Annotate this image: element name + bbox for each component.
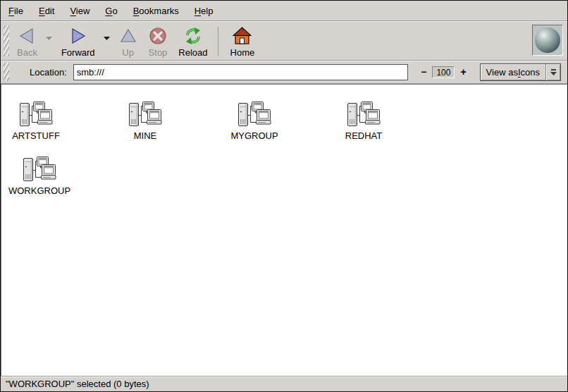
zoom-controls: − 100 + — [419, 66, 468, 78]
up-icon — [119, 26, 137, 46]
network-workgroup-icon — [128, 102, 162, 128]
status-bar: "WORKGROUP" selected (0 bytes) — [1, 376, 567, 391]
view-mode-selector[interactable]: View as Icons — [480, 63, 561, 81]
up-label: Up — [122, 47, 134, 58]
home-label: Home — [230, 47, 255, 58]
menu-go-mnemonic: G — [105, 6, 112, 16]
workgroup-item-workgroup[interactable]: WORKGROUP — [1, 157, 85, 196]
zoom-out-button[interactable]: − — [419, 66, 428, 78]
home-button[interactable]: Home — [225, 24, 261, 59]
throbber-frame — [532, 25, 563, 56]
menu-view-mnemonic: V — [70, 6, 75, 16]
network-workgroup-icon — [19, 102, 53, 128]
status-text: "WORKGROUP" selected (0 bytes) — [6, 379, 149, 389]
reload-label: Reload — [178, 47, 207, 58]
menu-view[interactable]: View — [62, 2, 97, 20]
item-label: REDHAT — [345, 130, 382, 141]
workgroup-item-mine[interactable]: MINE — [99, 102, 191, 141]
toolbar-grip[interactable] — [4, 25, 9, 56]
view-mode-text-pre: View as — [486, 67, 518, 78]
view-mode-label: View as Icons — [481, 64, 545, 80]
menu-edit[interactable]: Edit — [31, 2, 62, 20]
location-input[interactable] — [73, 64, 408, 80]
icon-view[interactable]: ARTSTUFF MINE MYGROUP REDHAT WORKGROUP — [1, 84, 567, 376]
location-label: Location: — [30, 67, 67, 78]
menu-go-label: o — [112, 6, 117, 16]
workgroup-item-redhat[interactable]: REDHAT — [318, 102, 409, 141]
menu-file-label: ile — [14, 6, 23, 16]
back-history-dropdown[interactable] — [43, 27, 56, 49]
reload-button[interactable]: Reload — [173, 24, 213, 59]
menu-file-mnemonic: F — [8, 6, 14, 16]
combo-bar — [551, 69, 556, 71]
item-label: ARTSTUFF — [12, 130, 60, 141]
up-button[interactable]: Up — [113, 24, 143, 59]
forward-icon — [69, 26, 87, 46]
menu-edit-mnemonic: E — [39, 6, 45, 16]
menu-bookmarks[interactable]: Bookmarks — [125, 2, 187, 20]
network-workgroup-icon — [237, 102, 271, 128]
zoom-in-button[interactable]: + — [458, 66, 468, 78]
forward-label: Forward — [61, 47, 95, 58]
back-button[interactable]: Back — [11, 24, 43, 59]
view-mode-dropdown-arrow[interactable] — [545, 64, 560, 80]
menu-view-label: iew — [76, 6, 90, 16]
menubar: File Edit View Go Bookmarks Help — [1, 1, 567, 21]
item-label: MYGROUP — [230, 130, 278, 141]
menu-help-label: elp — [201, 6, 213, 16]
menu-help-mnemonic: H — [195, 6, 201, 16]
reload-icon — [183, 26, 203, 46]
menu-bookmarks-label: ookmarks — [139, 6, 178, 16]
stop-icon — [149, 26, 167, 46]
stop-button[interactable]: Stop — [143, 24, 173, 59]
stop-label: Stop — [149, 47, 168, 58]
home-icon — [233, 26, 252, 46]
toolbar-separator — [218, 27, 218, 56]
workgroup-item-mygroup[interactable]: MYGROUP — [209, 102, 300, 141]
menu-edit-label: dit — [45, 6, 55, 16]
toolbar: Back Forward Up — [1, 21, 567, 61]
menu-go[interactable]: Go — [97, 2, 125, 20]
zoom-level-indicator: 100 — [432, 66, 455, 78]
back-icon — [18, 26, 36, 46]
chevron-down-icon — [550, 72, 557, 75]
item-label: MINE — [134, 130, 157, 141]
network-workgroup-icon — [23, 157, 56, 183]
location-bar-grip[interactable] — [4, 63, 9, 81]
workgroup-item-artstuff[interactable]: ARTSTUFF — [1, 102, 82, 141]
location-bar: Location: − 100 + View as Icons — [1, 61, 567, 84]
network-workgroup-icon — [347, 102, 381, 128]
back-label: Back — [17, 47, 37, 58]
throbber-globe-icon — [535, 27, 560, 53]
file-manager-window: File Edit View Go Bookmarks Help Back — [0, 0, 568, 392]
menu-help[interactable]: Help — [187, 2, 221, 20]
forward-history-dropdown[interactable] — [101, 27, 113, 49]
forward-button[interactable]: Forward — [56, 24, 101, 59]
view-mode-text-rest: cons — [521, 67, 540, 78]
menu-file[interactable]: File — [1, 2, 31, 20]
item-label: WORKGROUP — [8, 185, 70, 196]
